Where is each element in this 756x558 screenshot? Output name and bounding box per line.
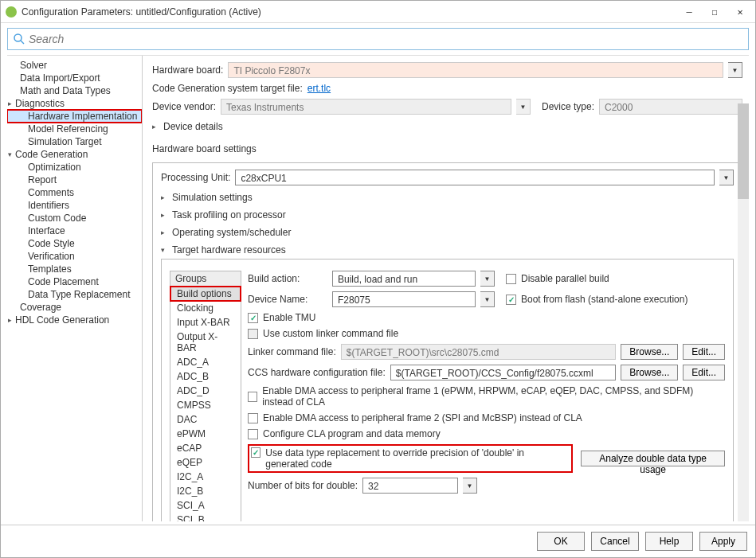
group-item-sci-b[interactable]: SCI_B: [170, 513, 241, 521]
dma-frame1-checkbox[interactable]: [248, 392, 257, 402]
tree-item-hdl-code-generation[interactable]: HDL Code Generation: [7, 314, 142, 326]
disable-parallel-label: Disable parallel build: [521, 273, 609, 284]
custom-linker-checkbox[interactable]: [248, 329, 258, 339]
tree-item-simulation-target[interactable]: Simulation Target: [7, 135, 142, 148]
linker-edit-button[interactable]: Edit...: [683, 344, 725, 360]
vertical-scrollbar[interactable]: [738, 103, 749, 521]
task-profiling-toggle[interactable]: ▸Task profiling on processor: [161, 209, 734, 220]
group-item-build-options[interactable]: Build options: [170, 287, 241, 301]
tree-item-interface[interactable]: Interface: [7, 224, 142, 237]
device-details-toggle[interactable]: ▸ Device details: [152, 121, 742, 132]
tree-item-optimization[interactable]: Optimization: [7, 161, 142, 174]
hardware-board-label: Hardware board:: [152, 64, 223, 76]
groups-header: Groups: [170, 271, 241, 287]
hardware-board-dropdown[interactable]: ▼: [728, 62, 742, 78]
processing-unit-dropdown[interactable]: ▼: [719, 170, 734, 185]
codegen-target-link[interactable]: ert.tlc: [307, 83, 331, 94]
group-item-sci-a[interactable]: SCI_A: [170, 498, 241, 513]
tree-item-code-style[interactable]: Code Style: [7, 237, 142, 250]
apply-button[interactable]: Apply: [699, 532, 747, 551]
group-item-adc-d[interactable]: ADC_D: [170, 384, 241, 398]
titlebar: Configuration Parameters: untitled/Confi…: [1, 1, 755, 23]
codegen-target-label: Code Generation system target file:: [152, 83, 303, 94]
help-button[interactable]: Help: [645, 532, 693, 551]
tree-item-report[interactable]: Report: [7, 174, 142, 186]
hw-settings-header: Hardware board settings: [152, 143, 742, 154]
tree-item-templates[interactable]: Templates: [7, 263, 142, 275]
os-scheduler-toggle[interactable]: ▸Operating system/scheduler: [161, 227, 734, 238]
tree-item-solver[interactable]: Solver: [7, 59, 142, 72]
custom-linker-label: Use custom linker command file: [263, 328, 398, 339]
search-icon: [13, 33, 25, 45]
group-item-clocking[interactable]: Clocking: [170, 301, 241, 315]
chevron-down-icon: ▾: [161, 246, 169, 254]
linker-file-field: $(TARGET_ROOT)\src\c28075.cmd: [341, 344, 617, 360]
tree-item-custom-code[interactable]: Custom Code: [7, 212, 142, 224]
close-button[interactable]: ✕: [734, 6, 746, 18]
group-item-output-x-bar[interactable]: Output X-BAR: [170, 330, 241, 355]
group-item-dac[interactable]: DAC: [170, 412, 241, 427]
simulation-settings-toggle[interactable]: ▸Simulation settings: [161, 192, 734, 203]
nav-tree[interactable]: SolverData Import/ExportMath and Data Ty…: [7, 56, 143, 521]
device-name-dropdown[interactable]: ▼: [480, 291, 495, 307]
tree-item-code-placement[interactable]: Code Placement: [7, 275, 142, 288]
svg-point-0: [14, 34, 22, 41]
disable-parallel-checkbox[interactable]: [506, 274, 516, 284]
build-action-dropdown[interactable]: ▼: [480, 271, 495, 287]
device-name-field[interactable]: F28075: [332, 291, 476, 307]
group-item-epwm[interactable]: ePWM: [170, 427, 241, 441]
group-item-cmpss[interactable]: CMPSS: [170, 398, 241, 412]
tree-item-code-generation[interactable]: Code Generation: [7, 148, 142, 161]
group-item-input-x-bar[interactable]: Input X-BAR: [170, 315, 241, 330]
groups-list[interactable]: Groups Build optionsClockingInput X-BARO…: [170, 271, 241, 521]
analyze-button[interactable]: Analyze double data type usage: [581, 451, 725, 466]
enable-tmu-checkbox[interactable]: [248, 313, 258, 323]
linker-browse-button[interactable]: Browse...: [621, 344, 678, 360]
ccs-config-field[interactable]: $(TARGET_ROOT)/CCS_Config/f28075.ccxml: [390, 365, 617, 380]
tree-item-comments[interactable]: Comments: [7, 186, 142, 199]
group-item-i2c-b[interactable]: I2C_B: [170, 484, 241, 498]
group-item-i2c-a[interactable]: I2C_A: [170, 470, 241, 484]
chevron-right-icon: ▸: [161, 211, 169, 219]
tree-item-coverage[interactable]: Coverage: [7, 301, 142, 314]
cancel-button[interactable]: Cancel: [591, 532, 639, 551]
maximize-button[interactable]: ☐: [709, 6, 720, 18]
bits-double-dropdown[interactable]: ▼: [463, 478, 477, 494]
boot-flash-checkbox[interactable]: [506, 295, 516, 305]
tree-item-math-and-data-types[interactable]: Math and Data Types: [7, 84, 142, 97]
dtr-highlight: Use data type replacement to override pr…: [248, 444, 573, 473]
scroll-thumb[interactable]: [738, 103, 749, 199]
ccs-config-label: CCS hardware configuration file:: [248, 367, 386, 378]
tree-item-verification[interactable]: Verification: [7, 250, 142, 263]
ccs-edit-button[interactable]: Edit...: [683, 365, 725, 380]
group-item-adc-a[interactable]: ADC_A: [170, 355, 241, 369]
build-options-panel: Build action: Build, load and run ▼ Disa…: [248, 271, 725, 521]
tree-item-hardware-implementation[interactable]: Hardware Implementation: [7, 110, 142, 123]
tree-item-data-import-export[interactable]: Data Import/Export: [7, 72, 142, 84]
search-bar[interactable]: [7, 28, 749, 50]
group-item-eqep[interactable]: eQEP: [170, 455, 241, 470]
dma-frame2-checkbox[interactable]: [248, 413, 258, 423]
cla-config-checkbox[interactable]: [248, 429, 258, 439]
dma-frame2-label: Enable DMA access to peripheral frame 2 …: [263, 412, 582, 423]
bits-double-field[interactable]: 32: [362, 478, 458, 494]
hardware-board-field[interactable]: TI Piccolo F2807x: [228, 62, 723, 78]
tree-item-identifiers[interactable]: Identifiers: [7, 199, 142, 212]
target-hw-toggle[interactable]: ▾Target hardware resources: [161, 244, 734, 256]
enable-tmu-label: Enable TMU: [263, 312, 315, 323]
minimize-button[interactable]: —: [684, 6, 695, 18]
ok-button[interactable]: OK: [537, 532, 585, 551]
tree-item-model-referencing[interactable]: Model Referencing: [7, 123, 142, 135]
search-input[interactable]: [29, 33, 743, 45]
build-action-field[interactable]: Build, load and run: [332, 271, 476, 287]
tree-item-diagnostics[interactable]: Diagnostics: [7, 97, 142, 110]
group-item-ecap[interactable]: eCAP: [170, 441, 241, 455]
tree-item-data-type-replacement[interactable]: Data Type Replacement: [7, 288, 142, 301]
cla-config-label: Configure CLA program and data memory: [263, 428, 441, 439]
processing-unit-field[interactable]: c28xCPU1: [235, 170, 715, 185]
window-title: Configuration Parameters: untitled/Confi…: [22, 6, 684, 18]
chevron-right-icon: ▸: [152, 123, 160, 131]
group-item-adc-b[interactable]: ADC_B: [170, 369, 241, 384]
dtr-checkbox[interactable]: [251, 447, 260, 458]
ccs-browse-button[interactable]: Browse...: [621, 365, 678, 380]
